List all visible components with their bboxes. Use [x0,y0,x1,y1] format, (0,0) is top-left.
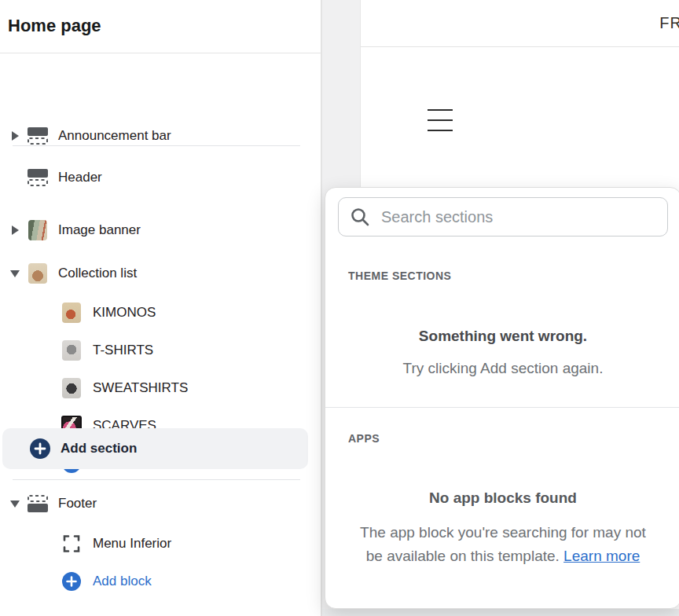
search-icon [350,207,370,227]
add-section-button[interactable]: Add section [2,428,308,469]
sidebar-item-footer[interactable]: Footer [0,486,321,521]
apps-header: APPS [348,432,380,445]
sidebar-item-label: Footer [58,496,97,512]
add-section-popover: THEME SECTIONS Something went wrong. Try… [325,187,679,609]
theme-sections-sidebar: Home page Announcement bar Header Image … [0,0,322,616]
t-shirts-thumbnail [61,339,82,361]
plus-circle-icon [61,570,82,592]
sidebar-item-collection-list[interactable]: Collection list [0,256,321,291]
language-selector[interactable]: FR [659,14,679,32]
collapse-caret-icon[interactable] [10,500,20,508]
divider [13,479,300,480]
header-section-icon [28,167,48,189]
search-sections-box[interactable] [338,197,668,236]
collection-list-thumbnail [28,262,48,284]
divider [325,407,679,408]
image-banner-thumbnail [28,219,48,241]
sidebar-item-image-banner[interactable]: Image banner [0,213,321,248]
no-app-blocks-text: The app block you're searching for may n… [352,521,654,568]
page-title: Home page [0,0,321,53]
hamburger-menu-icon[interactable] [428,109,453,131]
sidebar-item-label: Collection list [58,266,137,281]
plus-circle-icon [30,438,50,460]
footer-section-icon [28,493,48,515]
add-block-button[interactable]: Add block [0,564,321,599]
sidebar-item-kimonos[interactable]: KIMONOS [0,295,321,330]
sidebar-item-label: Announcement bar [58,128,171,144]
collapse-caret-icon[interactable] [10,270,20,277]
sidebar-item-menu-inferior[interactable]: Menu Inferior [0,526,321,561]
learn-more-link[interactable]: Learn more [563,548,640,564]
announcement-section-icon [28,125,48,147]
divider [13,145,300,146]
sidebar-item-header[interactable]: Header [0,160,321,195]
sidebar-item-label: KIMONOS [93,305,156,321]
expand-caret-icon[interactable] [10,226,20,235]
sidebar-item-label: Menu Inferior [93,536,171,552]
kimonos-thumbnail [61,302,82,324]
background-gap [322,609,679,616]
sweatshirts-thumbnail [61,377,82,399]
add-section-label: Add section [61,441,137,456]
sidebar-item-t-shirts[interactable]: T-SHIRTS [0,333,321,368]
sidebar-item-label: Header [58,170,102,185]
no-app-blocks-title: No app blocks found [325,490,679,507]
sidebar-item-sweatshirts[interactable]: SWEATSHIRTS [0,371,321,405]
add-block-label: Add block [93,574,152,589]
sidebar-item-label: SWEATSHIRTS [93,380,188,396]
theme-sections-header: THEME SECTIONS [348,270,451,282]
sidebar-item-label: T-SHIRTS [93,343,153,358]
sidebar-item-announcement-bar[interactable]: Announcement bar [0,119,321,153]
error-title: Something went wrong. [325,328,679,345]
section-tree: Announcement bar Header Image banner Col… [0,53,321,616]
expand-caret-icon[interactable] [10,131,20,141]
block-brackets-icon [61,533,82,555]
preview-announcement-bar: FR [361,0,679,47]
sidebar-item-label: Image banner [58,222,141,238]
error-subtitle: Try clicking Add section again. [325,360,679,377]
search-sections-input[interactable] [381,208,656,226]
